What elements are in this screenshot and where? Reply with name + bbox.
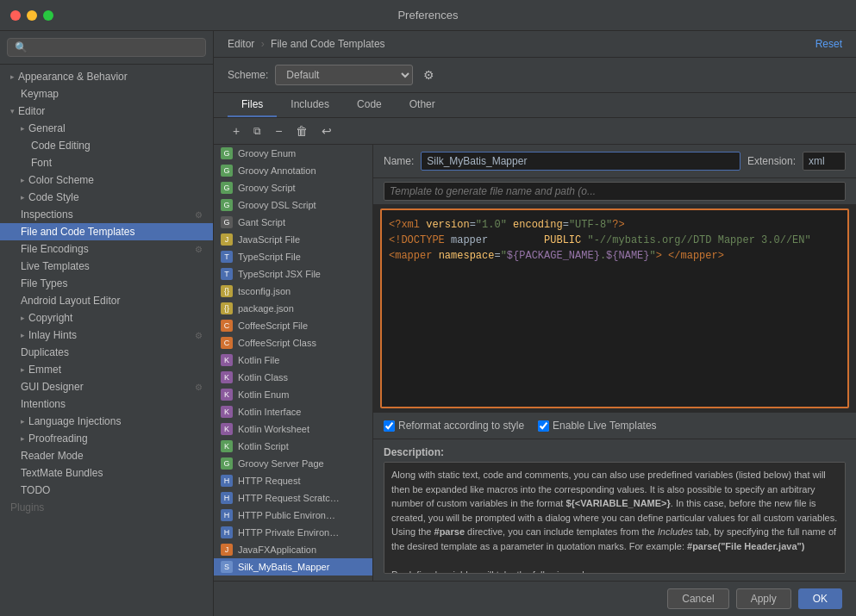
reset-link[interactable]: Reset [815, 38, 842, 50]
list-item[interactable]: K Kotlin Class [214, 369, 372, 386]
sidebar-item-reader-mode[interactable]: Reader Mode [0, 447, 213, 464]
sidebar-item-color-scheme[interactable]: Color Scheme [0, 171, 213, 189]
sidebar: Appearance & Behavior Keymap Editor Gene… [0, 31, 214, 616]
list-item[interactable]: G Gant Script [214, 214, 372, 231]
live-templates-checkbox-row[interactable]: Enable Live Templates [538, 420, 657, 432]
list-item[interactable]: G Groovy DSL Script [214, 196, 372, 214]
reset-file-button[interactable]: ↩ [316, 121, 337, 140]
sidebar-item-language-injections[interactable]: Language Injections [0, 413, 213, 430]
file-type-icon: G [221, 457, 233, 470]
list-item[interactable]: K Kotlin Script [214, 438, 372, 455]
sidebar-item-inlay-hints[interactable]: Inlay Hints ⚙ [0, 327, 213, 344]
sidebar-item-code-style[interactable]: Code Style [0, 189, 213, 206]
sidebar-item-duplicates[interactable]: Duplicates [0, 344, 213, 361]
list-item[interactable]: T TypeScript File [214, 248, 372, 265]
close-button[interactable] [10, 10, 21, 21]
sidebar-item-textmate-bundles[interactable]: TextMate Bundles [0, 464, 213, 482]
gear-button[interactable]: ⚙ [420, 66, 438, 84]
scheme-select[interactable]: Default [275, 65, 413, 85]
sidebar-item-emmet[interactable]: Emmet [0, 361, 213, 378]
sidebar-item-label: GUI Designer [21, 381, 84, 393]
sidebar-item-proofreading[interactable]: Proofreading [0, 430, 213, 447]
breadcrumb-parent: Editor [228, 38, 254, 50]
copy-button[interactable]: ⧉ [248, 122, 266, 140]
remove-button[interactable]: − [270, 121, 287, 140]
list-item[interactable]: G Groovy Annotation [214, 162, 372, 179]
file-type-icon: K [221, 440, 233, 452]
delete-button[interactable]: 🗑 [291, 121, 313, 140]
sidebar-item-android-layout-editor[interactable]: Android Layout Editor [0, 292, 213, 309]
tab-other[interactable]: Other [396, 93, 449, 117]
list-item[interactable]: {} package.json [214, 300, 372, 317]
list-item-selected[interactable]: S Silk_MyBatis_Mapper [214, 558, 372, 576]
extension-input[interactable] [803, 152, 846, 171]
name-input[interactable] [421, 152, 740, 171]
sidebar-item-label: Plugins [10, 501, 44, 513]
list-item[interactable]: K Kotlin Worksheet [214, 420, 372, 438]
sidebar-item-intentions[interactable]: Intentions [0, 395, 213, 413]
sidebar-item-label: General [28, 122, 66, 134]
sidebar-item-file-encodings[interactable]: File Encodings ⚙ [0, 240, 213, 258]
tab-code[interactable]: Code [343, 93, 396, 117]
list-item[interactable]: H HTTP Public Environ… [214, 507, 372, 524]
list-item[interactable]: H HTTP Private Environ… [214, 524, 372, 541]
reformat-label: Reformat according to style [398, 420, 524, 432]
reformat-checkbox-row[interactable]: Reformat according to style [384, 420, 524, 432]
sidebar-item-font[interactable]: Font [0, 154, 213, 171]
minimize-button[interactable] [27, 10, 37, 21]
live-templates-checkbox[interactable] [538, 420, 549, 432]
sidebar-item-live-templates[interactable]: Live Templates [0, 258, 213, 275]
list-item[interactable]: K Kotlin Enum [214, 386, 372, 403]
sidebar-item-label: Color Scheme [28, 174, 94, 186]
right-header: Editor › File and Code Templates Reset [214, 31, 856, 58]
sidebar-item-general[interactable]: General [0, 120, 213, 137]
add-button[interactable]: + [228, 121, 245, 140]
list-item[interactable]: K Kotlin Interface [214, 403, 372, 420]
list-item[interactable]: H HTTP Request [214, 472, 372, 489]
list-item[interactable]: C CoffeeScript Class [214, 334, 372, 352]
ok-button[interactable]: OK [798, 588, 842, 609]
file-item-name: package.json [238, 303, 294, 314]
sidebar-item-file-types[interactable]: File Types [0, 275, 213, 292]
sidebar-item-editor[interactable]: Editor [0, 103, 213, 120]
apply-button[interactable]: Apply [736, 588, 791, 609]
sidebar-content: Appearance & Behavior Keymap Editor Gene… [0, 65, 213, 616]
list-item[interactable]: J JavaFXApplication [214, 541, 372, 558]
list-item[interactable]: H HTTP Request Scratc… [214, 489, 372, 507]
list-item[interactable]: {} tsconfig.json [214, 283, 372, 300]
reformat-checkbox[interactable] [384, 420, 395, 432]
sidebar-item-label: Duplicates [21, 346, 69, 358]
list-item[interactable]: T TypeScript JSX File [214, 265, 372, 283]
list-item[interactable]: C CoffeeScript File [214, 317, 372, 334]
sidebar-item-copyright[interactable]: Copyright [0, 309, 213, 327]
sidebar-item-label: TODO [21, 484, 50, 496]
sidebar-item-todo[interactable]: TODO [0, 482, 213, 499]
list-item[interactable]: G Groovy Enum [214, 145, 372, 162]
sidebar-item-appearance[interactable]: Appearance & Behavior [0, 68, 213, 85]
maximize-button[interactable] [43, 10, 53, 21]
sidebar-item-plugins[interactable]: Plugins [0, 499, 213, 516]
list-item[interactable]: G Groovy Server Page [214, 455, 372, 472]
sidebar-item-keymap[interactable]: Keymap [0, 85, 213, 103]
filename-input[interactable] [384, 182, 846, 201]
sidebar-item-code-editing[interactable]: Code Editing [0, 137, 213, 154]
cancel-button[interactable]: Cancel [667, 588, 728, 609]
sidebar-item-label: Inlay Hints [28, 329, 77, 341]
tab-files[interactable]: Files [228, 93, 277, 117]
sidebar-item-file-and-code-templates[interactable]: File and Code Templates [0, 223, 213, 240]
code-editor[interactable]: <?xml version="1.0" encoding="UTF-8"?> <… [380, 208, 849, 408]
file-type-icon: K [221, 389, 233, 401]
sidebar-item-label: Proofreading [28, 432, 88, 445]
tab-includes[interactable]: Includes [277, 93, 343, 117]
file-item-name: Kotlin Script [238, 441, 289, 451]
sidebar-item-gui-designer[interactable]: GUI Designer ⚙ [0, 378, 213, 395]
sidebar-item-inspections[interactable]: Inspections ⚙ [0, 206, 213, 223]
file-item-name: Kotlin Enum [238, 389, 289, 400]
file-item-name: Groovy DSL Script [238, 200, 316, 210]
search-input[interactable] [7, 38, 206, 57]
list-item[interactable]: J JavaScript File [214, 231, 372, 248]
file-type-icon: K [221, 423, 233, 435]
list-item[interactable]: G Groovy Script [214, 179, 372, 196]
description-section: Description: Along with static text, cod… [373, 439, 856, 581]
list-item[interactable]: K Kotlin File [214, 352, 372, 369]
